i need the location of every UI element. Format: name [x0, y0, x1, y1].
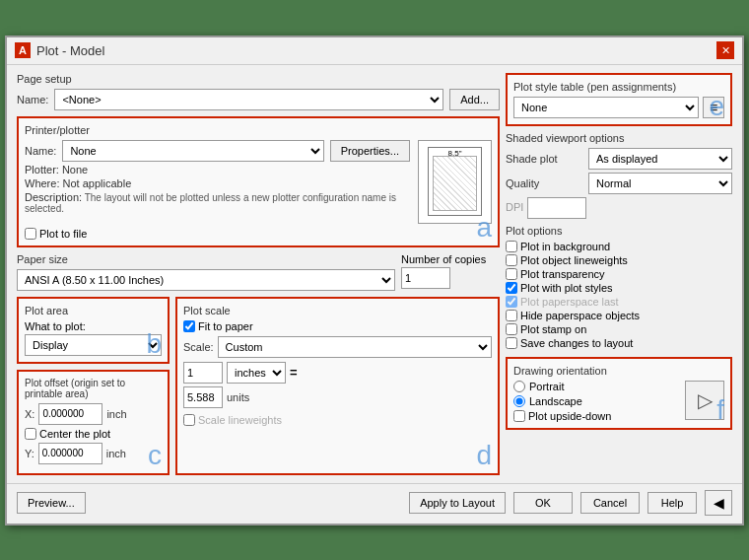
fit-to-paper-checkbox[interactable]: [183, 320, 195, 332]
save-changes-checkbox[interactable]: [506, 337, 517, 349]
plot-area-section: Plot area What to plot: Display b: [17, 297, 170, 364]
plot-styles-label: Plot with plot styles: [520, 282, 613, 294]
plot-style-table-label: Plot style table (pen assignments): [513, 81, 724, 93]
copies-input[interactable]: [401, 267, 450, 289]
plot-upside-down-checkbox[interactable]: [513, 410, 525, 422]
paperspace-last-checkbox[interactable]: [506, 296, 517, 308]
quality-select[interactable]: Draft Preview Normal Presentation Maximu…: [588, 173, 732, 194]
scale-lineweights-label: Scale lineweights: [198, 414, 282, 426]
plot-style-edit-button[interactable]: ≡: [703, 97, 724, 118]
help-button[interactable]: Help: [647, 492, 697, 514]
plot-scale-label: Plot scale: [183, 305, 492, 316]
plot-offset-label: Plot offset (origin set to printable are…: [25, 378, 162, 399]
drawing-orientation-label: Drawing orientation: [513, 365, 724, 377]
portrait-radio[interactable]: [513, 381, 525, 392]
plot-scale-section: Plot scale Fit to paper Scale: Custom: [175, 297, 500, 475]
plot-styles-checkbox[interactable]: [506, 282, 517, 294]
hide-paperspace-label: Hide paperspace objects: [520, 310, 640, 321]
properties-button[interactable]: Properties...: [330, 140, 410, 162]
landscape-label: Landscape: [529, 395, 582, 407]
right-column: Plot style table (pen assignments) None …: [506, 73, 732, 475]
shaded-viewport-section: Shaded viewport options Shade plot As di…: [506, 132, 732, 219]
plot-transparency-label: Plot transparency: [520, 268, 605, 280]
where-value: Not applicable: [63, 177, 132, 189]
name-label: Name:: [17, 94, 48, 105]
plotter-value: None: [62, 164, 88, 175]
x-input[interactable]: [38, 403, 102, 425]
y-input[interactable]: [38, 443, 102, 464]
ok-button[interactable]: OK: [513, 492, 573, 514]
portrait-label: Portrait: [529, 381, 564, 392]
scale-unit1-select[interactable]: inches mm pixels: [227, 362, 286, 384]
what-to-plot-select[interactable]: Display: [25, 334, 162, 356]
center-plot-label: Center the plot: [39, 428, 110, 440]
printer-name-select[interactable]: None: [62, 140, 323, 162]
shade-plot-select[interactable]: As displayed Wireframe Hidden Rendered: [588, 148, 732, 170]
drawing-orientation-section: Drawing orientation Portrait Landscape: [506, 357, 732, 430]
plot-background-label: Plot in background: [520, 241, 610, 252]
rotate-button[interactable]: ▷: [685, 381, 724, 420]
plot-stamp-checkbox[interactable]: [506, 323, 517, 335]
back-icon: ◀: [714, 495, 724, 511]
dialog-body: Page setup Name: <None> Add... Printer/p…: [7, 65, 742, 483]
dpi-input[interactable]: [527, 197, 586, 219]
plot-upside-down-label: Plot upside-down: [528, 410, 611, 422]
plot-style-select[interactable]: None: [513, 97, 699, 118]
plot-dialog: A Plot - Model ✕ Page setup Name: <None>…: [5, 35, 744, 525]
title-bar: A Plot - Model ✕: [7, 37, 742, 65]
plot-options-section: Plot options Plot in background Plot obj…: [506, 225, 732, 351]
printer-label: Printer/plotter: [25, 124, 492, 136]
dpi-label: DPI: [506, 201, 523, 213]
rotate-icon: ▷: [698, 388, 713, 412]
copies-label: Number of copies: [401, 253, 500, 265]
y-label: Y:: [25, 448, 34, 459]
fit-to-paper-label: Fit to paper: [198, 320, 253, 332]
apply-to-layout-button[interactable]: Apply to Layout: [409, 492, 506, 514]
close-button[interactable]: ✕: [716, 41, 734, 59]
quality-label: Quality: [506, 177, 584, 189]
add-button[interactable]: Add...: [449, 89, 500, 110]
plot-to-file-label: Plot to file: [39, 228, 87, 240]
dialog-title: Plot - Model: [36, 43, 104, 58]
back-button[interactable]: ◀: [705, 490, 732, 516]
shaded-viewport-label: Shaded viewport options: [506, 132, 732, 144]
y-unit: inch: [106, 448, 126, 459]
page-setup-section: Page setup Name: <None> Add...: [17, 73, 500, 110]
plot-background-checkbox[interactable]: [506, 241, 517, 252]
cancel-button[interactable]: Cancel: [580, 492, 640, 514]
where-label: Where:: [25, 177, 59, 189]
paperspace-last-label: Plot paperspace last: [520, 296, 619, 308]
page-setup-label: Page setup: [17, 73, 500, 85]
paper-preview: 8.5" 11": [418, 140, 492, 224]
plot-lineweights-checkbox[interactable]: [506, 254, 517, 266]
landscape-radio[interactable]: [513, 395, 525, 407]
shade-plot-label: Shade plot: [506, 153, 584, 165]
plot-lineweights-label: Plot object lineweights: [520, 254, 628, 266]
scale-lineweights-checkbox[interactable]: [183, 414, 195, 426]
center-plot-checkbox[interactable]: [25, 428, 36, 440]
scale-value2-input[interactable]: [183, 386, 223, 408]
page-setup-name-select[interactable]: <None>: [54, 89, 443, 110]
plot-stamp-label: Plot stamp on: [520, 323, 586, 335]
printer-section: Printer/plotter 8.5" 11" Name: None Prop…: [17, 116, 500, 247]
scale-value1-input[interactable]: [183, 362, 223, 384]
paper-size-select[interactable]: ANSI A (8.50 x 11.00 Inches): [17, 269, 395, 291]
plot-style-table-section: Plot style table (pen assignments) None …: [506, 73, 732, 126]
plot-area-label: Plot area: [25, 305, 162, 316]
hide-paperspace-checkbox[interactable]: [506, 310, 517, 321]
plot-offset-section: Plot offset (origin set to printable are…: [17, 370, 170, 475]
x-label: X:: [25, 408, 34, 420]
equals-sign: =: [290, 365, 298, 380]
save-changes-label: Save changes to layout: [520, 337, 633, 349]
preview-button[interactable]: Preview...: [17, 492, 86, 514]
scale-label: Scale:: [183, 341, 214, 353]
plot-to-file-checkbox[interactable]: [25, 228, 36, 240]
scale-select[interactable]: Custom: [218, 336, 492, 358]
plotter-label: Plotter:: [25, 164, 59, 175]
left-column: Page setup Name: <None> Add... Printer/p…: [17, 73, 500, 475]
paper-size-label: Paper size: [17, 253, 395, 265]
plot-transparency-checkbox[interactable]: [506, 268, 517, 280]
app-icon: A: [15, 42, 31, 58]
units-label: units: [227, 391, 249, 403]
printer-name-label: Name:: [25, 145, 56, 157]
